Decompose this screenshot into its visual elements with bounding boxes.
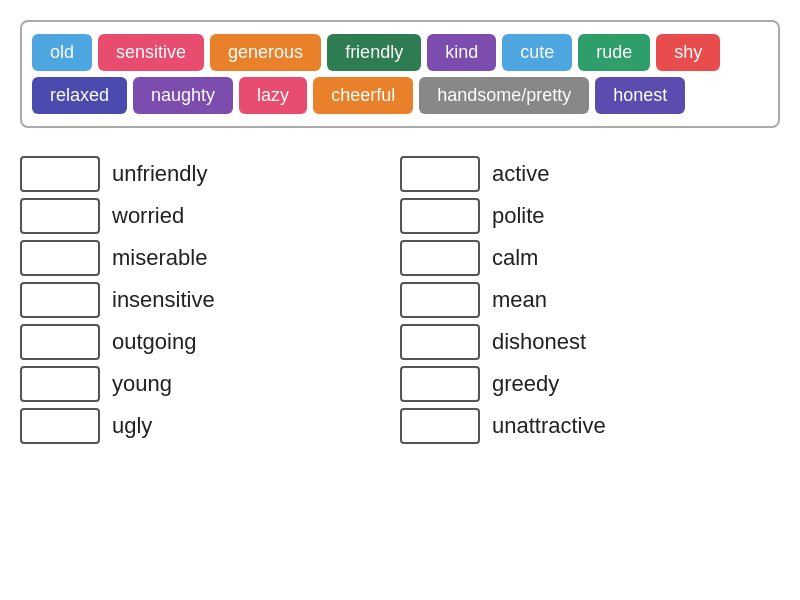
left-word-label-2: miserable [112,245,207,271]
right-answer-box-1[interactable] [400,198,480,234]
left-answer-box-4[interactable] [20,324,100,360]
right-word-label-6: unattractive [492,413,606,439]
right-answer-box-3[interactable] [400,282,480,318]
word-chip-10[interactable]: lazy [239,77,307,114]
right-answer-box-6[interactable] [400,408,480,444]
right-word-label-5: greedy [492,371,559,397]
word-chip-2[interactable]: generous [210,34,321,71]
word-chip-13[interactable]: honest [595,77,685,114]
left-answer-box-1[interactable] [20,198,100,234]
word-chip-8[interactable]: relaxed [32,77,127,114]
right-answer-box-0[interactable] [400,156,480,192]
left-match-row-1: worried [20,198,400,234]
left-match-row-6: ugly [20,408,400,444]
left-word-label-6: ugly [112,413,152,439]
word-chip-9[interactable]: naughty [133,77,233,114]
left-match-row-5: young [20,366,400,402]
left-word-label-0: unfriendly [112,161,207,187]
right-match-row-1: polite [400,198,780,234]
left-word-label-1: worried [112,203,184,229]
word-chip-7[interactable]: shy [656,34,720,71]
left-word-label-3: insensitive [112,287,215,313]
right-match-row-4: dishonest [400,324,780,360]
word-chip-0[interactable]: old [32,34,92,71]
right-word-label-2: calm [492,245,538,271]
left-column: unfriendlyworriedmiserableinsensitiveout… [20,156,400,444]
left-answer-box-2[interactable] [20,240,100,276]
left-word-label-5: young [112,371,172,397]
right-answer-box-2[interactable] [400,240,480,276]
word-chip-5[interactable]: cute [502,34,572,71]
left-answer-box-5[interactable] [20,366,100,402]
right-column: activepolitecalmmeandishonestgreedyunatt… [400,156,780,444]
word-bank: oldsensitivegenerousfriendlykindcuterude… [20,20,780,128]
left-answer-box-3[interactable] [20,282,100,318]
left-match-row-0: unfriendly [20,156,400,192]
left-answer-box-6[interactable] [20,408,100,444]
right-answer-box-4[interactable] [400,324,480,360]
left-word-label-4: outgoing [112,329,196,355]
right-match-row-0: active [400,156,780,192]
right-match-row-2: calm [400,240,780,276]
word-chip-12[interactable]: handsome/pretty [419,77,589,114]
word-chip-6[interactable]: rude [578,34,650,71]
left-match-row-3: insensitive [20,282,400,318]
right-match-row-5: greedy [400,366,780,402]
word-chip-1[interactable]: sensitive [98,34,204,71]
right-word-label-1: polite [492,203,545,229]
right-match-row-6: unattractive [400,408,780,444]
left-match-row-2: miserable [20,240,400,276]
word-chip-11[interactable]: cheerful [313,77,413,114]
left-answer-box-0[interactable] [20,156,100,192]
left-match-row-4: outgoing [20,324,400,360]
right-match-row-3: mean [400,282,780,318]
right-word-label-4: dishonest [492,329,586,355]
right-word-label-3: mean [492,287,547,313]
word-chip-3[interactable]: friendly [327,34,421,71]
right-word-label-0: active [492,161,549,187]
right-answer-box-5[interactable] [400,366,480,402]
word-chip-4[interactable]: kind [427,34,496,71]
matching-area: unfriendlyworriedmiserableinsensitiveout… [20,156,780,444]
